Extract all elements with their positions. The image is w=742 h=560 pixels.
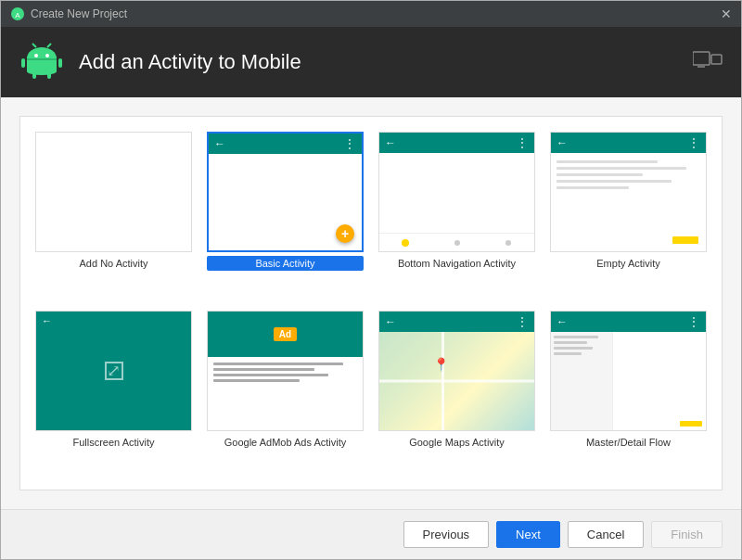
detail-button: [680, 421, 702, 426]
activity-preview-empty[interactable]: ← ⋮: [550, 132, 707, 252]
master-panel: [551, 332, 613, 430]
svg-point-5: [34, 54, 38, 57]
master-detail-body: [551, 332, 706, 430]
menu-dots-icon-4: ⋮: [517, 315, 529, 328]
fullscreen-expand-icon: ⤢: [105, 362, 123, 380]
back-arrow-icon-5: ←: [556, 315, 568, 328]
title-bar: A Create New Project ✕: [1, 1, 741, 27]
activity-label-no-activity: Add No Activity: [80, 258, 148, 269]
svg-line-8: [47, 44, 51, 47]
back-arrow-icon: ←: [214, 137, 225, 150]
back-arrow-icon-4: ←: [385, 315, 396, 328]
previous-button[interactable]: Previous: [403, 521, 490, 548]
footer: Previous Next Cancel Finish: [1, 509, 741, 559]
activity-label-fullscreen: Fullscreen Activity: [72, 437, 154, 448]
admob-top: Ad: [208, 312, 363, 357]
svg-rect-9: [32, 71, 36, 79]
activity-preview-basic[interactable]: ← ⋮ +: [207, 132, 364, 252]
bottom-nav-item-2: [431, 234, 483, 251]
svg-rect-10: [47, 71, 51, 79]
activity-item-maps[interactable]: ← ⋮ 📍 Google Maps Activity: [378, 311, 535, 475]
map-road-horizontal: [379, 380, 534, 383]
device-icon: [693, 50, 723, 70]
admob-content: [208, 357, 363, 430]
next-button[interactable]: Next: [496, 521, 560, 548]
window: A Create New Project ✕: [0, 0, 742, 560]
activity-label-bottom-nav: Bottom Navigation Activity: [398, 258, 516, 269]
bottom-nav-item-3: [482, 234, 534, 251]
menu-dots-icon-5: ⋮: [688, 315, 700, 328]
detail-panel: [613, 332, 706, 430]
activity-item-fullscreen[interactable]: ← ⤢ Fullscreen Activity: [35, 311, 192, 475]
svg-rect-12: [58, 58, 62, 68]
activity-item-bottom-nav[interactable]: ← ⋮: [378, 132, 535, 296]
basic-body: +: [209, 154, 362, 250]
android-logo-icon: [19, 40, 64, 84]
activity-item-master-detail[interactable]: ← ⋮ Master/: [550, 311, 707, 475]
activity-item-no-activity[interactable]: Add No Activity: [35, 132, 192, 296]
finish-button: Finish: [651, 521, 723, 548]
map-road-vertical: [441, 332, 444, 430]
bottom-nav-body: [379, 153, 534, 251]
title-bar-text: Create New Project: [31, 7, 127, 20]
bottom-nav-item-1: [379, 234, 431, 251]
back-arrow-icon-2: ←: [385, 136, 396, 149]
svg-rect-14: [693, 52, 710, 65]
empty-button: [672, 236, 698, 244]
fab-icon: +: [336, 224, 354, 243]
activity-preview-fullscreen[interactable]: ← ⤢: [35, 311, 192, 431]
svg-rect-13: [27, 58, 57, 60]
header-left: Add an Activity to Mobile: [19, 40, 301, 84]
activity-label-basic: Basic Activity: [207, 256, 364, 271]
svg-rect-15: [711, 55, 722, 64]
activity-item-empty[interactable]: ← ⋮ Empty Activity: [550, 132, 707, 296]
map-pin-icon: 📍: [433, 357, 449, 372]
activity-preview-no-activity[interactable]: [35, 132, 192, 252]
master-toolbar: ← ⋮: [551, 312, 706, 332]
fullscreen-back-icon: ←: [42, 315, 52, 326]
empty-toolbar: ← ⋮: [551, 133, 706, 153]
activity-item-basic[interactable]: ← ⋮ + Basic Activity: [207, 132, 364, 296]
activity-preview-admob[interactable]: Ad: [207, 311, 364, 431]
android-studio-icon: A: [10, 6, 25, 21]
activity-label-empty: Empty Activity: [596, 258, 659, 269]
bottom-nav-toolbar: ← ⋮: [379, 133, 534, 153]
svg-text:A: A: [15, 11, 20, 19]
maps-toolbar: ← ⋮: [379, 312, 534, 332]
back-arrow-icon-3: ←: [556, 136, 568, 149]
cancel-button[interactable]: Cancel: [568, 521, 644, 548]
title-bar-left: A Create New Project: [10, 6, 127, 21]
activity-preview-maps[interactable]: ← ⋮ 📍: [378, 311, 535, 431]
basic-toolbar: ← ⋮: [209, 134, 362, 154]
menu-dots-icon: ⋮: [344, 137, 356, 150]
header-right-icon: [693, 50, 723, 75]
menu-dots-icon-2: ⋮: [517, 136, 529, 149]
activity-item-admob[interactable]: Ad Google AdMob Ads Activity: [207, 311, 364, 475]
svg-rect-11: [21, 58, 25, 68]
bottom-nav-bar: [379, 233, 534, 251]
activity-label-master-detail: Master/Detail Flow: [586, 437, 671, 448]
content: Add No Activity ← ⋮ + Basic Activity: [1, 97, 741, 509]
activity-grid: Add No Activity ← ⋮ + Basic Activity: [19, 116, 723, 490]
activity-label-admob: Google AdMob Ads Activity: [224, 437, 346, 448]
activity-preview-master-detail[interactable]: ← ⋮: [550, 311, 707, 431]
svg-line-7: [32, 44, 36, 47]
activity-preview-bottom-nav[interactable]: ← ⋮: [378, 132, 535, 252]
svg-point-4: [27, 68, 57, 75]
maps-body: 📍: [379, 332, 534, 430]
empty-body: [551, 153, 706, 251]
svg-point-6: [45, 54, 49, 57]
activity-label-maps: Google Maps Activity: [409, 437, 505, 448]
header-title: Add an Activity to Mobile: [79, 50, 301, 74]
fullscreen-body: ← ⤢: [36, 312, 191, 430]
menu-dots-icon-3: ⋮: [688, 136, 700, 149]
close-button[interactable]: ✕: [721, 6, 732, 21]
ad-badge: Ad: [274, 327, 297, 341]
header: Add an Activity to Mobile: [1, 27, 741, 97]
map-background: 📍: [379, 332, 534, 430]
